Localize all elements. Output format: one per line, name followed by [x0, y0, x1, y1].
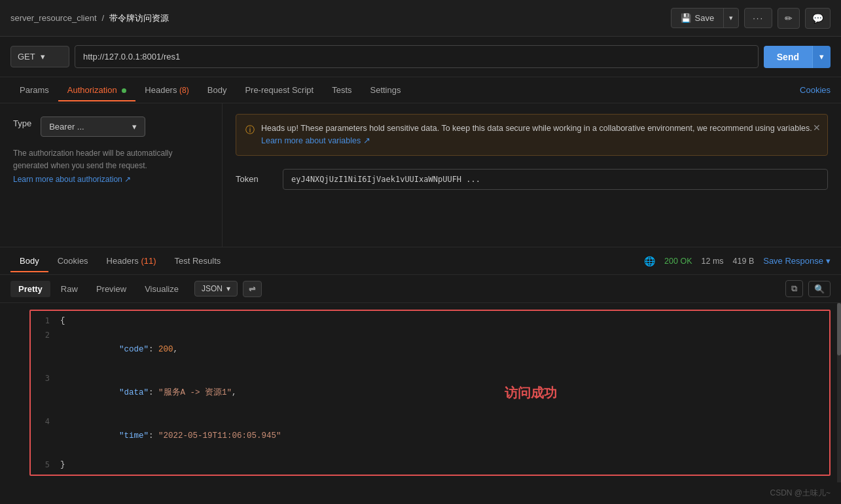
resp-tab-cookies-label: Cookies: [58, 256, 88, 266]
resp-tab-cookies[interactable]: Cookies: [48, 249, 98, 272]
tab-params[interactable]: Params: [10, 79, 58, 101]
url-bar: GET ▾ Send ▾: [0, 37, 841, 77]
comment-icon: 💬: [812, 13, 823, 24]
tab-body[interactable]: Body: [198, 79, 236, 101]
fmt-tab-preview-label: Preview: [96, 284, 126, 294]
fmt-tab-visualize-label: Visualize: [145, 284, 179, 294]
fmt-tab-visualize[interactable]: Visualize: [137, 281, 187, 297]
success-overlay-text: 访问成功: [505, 384, 557, 402]
tab-tests[interactable]: Tests: [323, 79, 361, 101]
code-line-5: 5 }: [31, 458, 829, 472]
json-key-data: "data": [99, 388, 149, 397]
tab-authorization[interactable]: Authorization: [58, 79, 136, 101]
line-number-3: 3: [31, 371, 60, 386]
search-icon: 🔍: [814, 284, 825, 294]
method-select[interactable]: GET ▾: [10, 46, 69, 67]
send-dropdown-button[interactable]: ▾: [812, 46, 831, 68]
url-input[interactable]: [75, 45, 759, 68]
resp-tab-body[interactable]: Body: [10, 249, 48, 272]
json-key-code: "code": [99, 345, 149, 354]
line-number-2: 2: [31, 328, 60, 342]
save-icon: 💾: [681, 13, 691, 23]
send-button-group: Send ▾: [764, 46, 831, 68]
tab-authorization-label: Authorization: [67, 85, 117, 95]
line-number-5: 5: [31, 458, 60, 472]
fmt-tab-pretty[interactable]: Pretty: [10, 281, 50, 297]
breadcrumb: server_resource_client / 带令牌访问资源: [10, 12, 169, 24]
comment-button[interactable]: 💬: [805, 8, 831, 29]
resp-tab-headers[interactable]: Headers (11): [98, 249, 166, 272]
fmt-tab-raw-label: Raw: [61, 284, 78, 294]
warning-close-button[interactable]: ✕: [813, 121, 821, 135]
breadcrumb-parent[interactable]: server_resource_client: [10, 13, 97, 23]
save-button-group: 💾 Save ▾: [671, 8, 740, 28]
edit-button[interactable]: ✏: [778, 8, 800, 29]
method-label: GET: [18, 52, 35, 62]
scrollbar-thumb[interactable]: [837, 303, 841, 355]
resp-tab-headers-label: Headers: [107, 256, 139, 266]
search-response-button[interactable]: 🔍: [808, 281, 831, 297]
auth-right-panel: ⓘ Heads up! These parameters hold sensit…: [223, 103, 841, 247]
headers-badge: (8): [179, 86, 189, 95]
auth-description: The authorization header will be automat…: [13, 147, 209, 172]
top-bar-actions: 💾 Save ▾ ··· ✏ 💬: [671, 8, 831, 29]
tab-tests-label: Tests: [332, 85, 351, 95]
type-select[interactable]: Bearer ... ▾: [41, 117, 145, 137]
method-dropdown-icon: ▾: [41, 52, 45, 62]
resp-headers-badge: (11): [141, 256, 156, 266]
save-response-button[interactable]: Save Response ▾: [763, 256, 831, 266]
warning-banner: ⓘ Heads up! These parameters hold sensit…: [236, 114, 828, 156]
token-row: Token: [236, 169, 828, 190]
tab-settings-label: Settings: [370, 85, 401, 95]
edit-icon: ✏: [785, 13, 793, 24]
tab-settings[interactable]: Settings: [361, 79, 410, 101]
json-code-block: 1 { 2 "code": 200, 3 "data": "服务A -> 资源1…: [29, 310, 831, 476]
save-label: Save: [695, 13, 715, 23]
save-button[interactable]: 💾 Save: [671, 9, 725, 27]
top-bar: server_resource_client / 带令牌访问资源 💾 Save …: [0, 0, 841, 37]
tab-headers-label: Headers: [145, 85, 177, 95]
breadcrumb-current: 带令牌访问资源: [109, 12, 169, 24]
format-tabs-bar: Pretty Raw Preview Visualize JSON ▾ ⇌ ⧉ …: [0, 275, 841, 303]
breadcrumb-separator: /: [102, 13, 105, 23]
save-dropdown-arrow[interactable]: ▾: [724, 9, 738, 27]
code-line-1: 1 {: [31, 314, 829, 328]
resp-tab-test-results[interactable]: Test Results: [166, 249, 230, 272]
response-time: 12 ms: [702, 257, 724, 266]
cookies-link[interactable]: Cookies: [800, 85, 831, 95]
json-format-select[interactable]: JSON ▾: [194, 281, 238, 297]
response-tabs-bar: Body Cookies Headers (11) Test Results 🌐…: [0, 247, 841, 275]
more-options-button[interactable]: ···: [744, 8, 772, 28]
learn-more-auth-link[interactable]: Learn more about authorization ↗: [13, 175, 131, 184]
wrap-icon: ⇌: [249, 284, 256, 294]
save-response-chevron: ▾: [826, 256, 831, 266]
tab-prerequest[interactable]: Pre-request Script: [236, 79, 323, 101]
type-label: Type: [13, 118, 31, 128]
save-response-label: Save Response: [763, 256, 823, 266]
token-input[interactable]: [283, 169, 828, 190]
watermark: CSDN @土味儿~: [770, 488, 831, 499]
send-button[interactable]: Send: [764, 46, 812, 68]
authorization-dot: [122, 88, 126, 93]
wrap-lines-button[interactable]: ⇌: [243, 281, 262, 297]
scrollbar-track[interactable]: [837, 303, 841, 482]
line-content-4: "time": "2022-05-19T11:06:05.945": [60, 414, 281, 458]
fmt-tab-raw[interactable]: Raw: [53, 281, 86, 297]
tab-headers[interactable]: Headers (8): [135, 79, 198, 101]
type-chevron-icon: ▾: [132, 122, 137, 132]
line-content-2: "code": 200,: [60, 328, 178, 371]
code-line-4: 4 "time": "2022-05-19T11:06:05.945": [31, 414, 829, 458]
auth-section: Type Bearer ... ▾ The authorization head…: [0, 103, 841, 247]
code-line-3: 3 "data": "服务A -> 资源1",: [31, 371, 829, 414]
response-size: 419 B: [733, 257, 755, 266]
fmt-tab-preview[interactable]: Preview: [88, 281, 134, 297]
token-label: Token: [236, 174, 275, 184]
line-content-3: "data": "服务A -> 资源1",: [60, 371, 237, 414]
warning-learn-more-link[interactable]: Learn more about variables ↗: [261, 136, 370, 145]
tab-prerequest-label: Pre-request Script: [245, 85, 313, 95]
json-format-chevron: ▾: [226, 284, 230, 293]
response-meta: 🌐 200 OK 12 ms 419 B Save Response ▾: [644, 256, 831, 266]
json-key-time: "time": [99, 431, 149, 441]
response-body-code: 1 { 2 "code": 200, 3 "data": "服务A -> 资源1…: [0, 303, 841, 482]
copy-response-button[interactable]: ⧉: [785, 280, 803, 297]
